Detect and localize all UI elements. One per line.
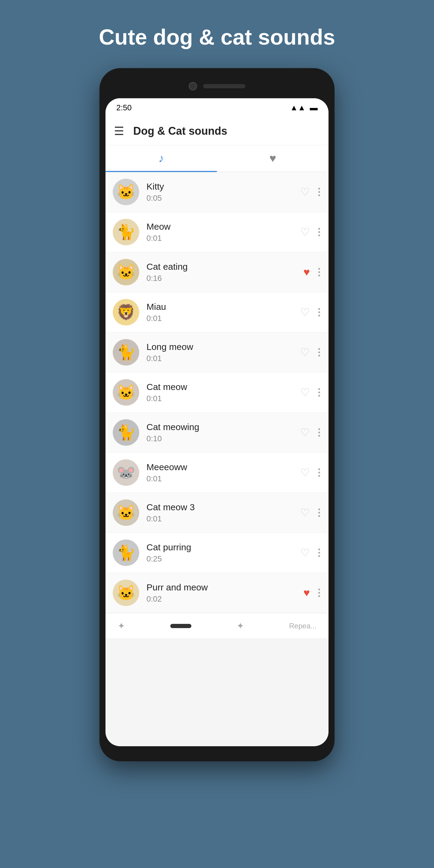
speaker-cutout [203,84,245,88]
sound-list-item[interactable]: 🐭 Meeeoww 0:01 ♡ [105,453,329,493]
sound-name: Long meow [147,342,300,352]
sound-list-item[interactable]: 🐈 Cat purring 0:25 ♡ [105,533,329,573]
sound-avatar: 🐈 [113,539,139,566]
more-options-button[interactable] [317,507,321,518]
sound-list-item[interactable]: 🐱 Purr and meow 0:02 ♥ [105,573,329,613]
repeat-label: Repea... [289,622,316,630]
sound-avatar: 🐭 [113,459,139,486]
sound-actions: ♥ [304,587,321,599]
camera-cutout [189,82,197,90]
sound-info: Purr and meow 0:02 [147,582,304,604]
sound-name: Cat meow 3 [147,502,300,513]
sound-info: Miau 0:01 [147,302,300,323]
tab-favorites[interactable]: ♥ [217,145,329,172]
favorite-button[interactable]: ♡ [300,547,310,559]
favorite-button[interactable]: ♡ [300,346,310,359]
sound-info: Long meow 0:01 [147,342,300,363]
sound-actions: ♡ [300,547,321,559]
more-options-button[interactable] [317,467,321,478]
sound-actions: ♡ [300,426,321,439]
more-options-button[interactable] [317,387,321,398]
more-options-button[interactable] [317,587,321,598]
sound-name: Cat meow [147,382,300,392]
sound-avatar: 🐈 [113,339,139,366]
sound-actions: ♡ [300,306,321,318]
signal-icon: ▲▲ [290,103,306,113]
sound-avatar: 🐱 [113,259,139,285]
more-options-button[interactable] [317,267,321,278]
favorite-button[interactable]: ♥ [304,266,310,278]
sound-duration: 0:05 [147,193,300,203]
sound-info: Cat meow 0:01 [147,382,300,403]
sound-list-item[interactable]: 🐈 Cat meowing 0:10 ♡ [105,412,329,453]
sound-name: Cat meowing [147,422,300,432]
sound-name: Meeeoww [147,462,300,472]
more-options-button[interactable] [317,307,321,318]
favorite-button[interactable]: ♡ [300,306,310,318]
favorite-button[interactable]: ♥ [304,587,310,599]
more-options-button[interactable] [317,547,321,558]
sound-list-item[interactable]: 🐱 Cat eating 0:16 ♥ [105,252,329,292]
phone-screen: 2:50 ▲▲ ▬ ☰ Dog & Cat sounds ♪ ♥ 🐱 [105,98,329,746]
sound-info: Cat meow 3 0:01 [147,502,300,524]
sound-list-item[interactable]: 🐈 Meow 0:01 ♡ [105,212,329,252]
sound-info: Meow 0:01 [147,221,300,243]
sound-avatar: 🐈 [113,419,139,446]
sound-avatar: 🐱 [113,379,139,406]
sound-info: Meeeoww 0:01 [147,462,300,484]
favorite-button[interactable]: ♡ [300,226,310,239]
sound-name: Meow [147,221,300,232]
more-options-button[interactable] [317,427,321,438]
tab-music[interactable]: ♪ [105,145,217,172]
sound-actions: ♡ [300,506,321,519]
sound-name: Miau [147,302,300,312]
sound-duration: 0:01 [147,314,300,323]
sound-list-item[interactable]: 🐈 Long meow 0:01 ♡ [105,333,329,373]
sound-name: Cat eating [147,261,304,272]
sound-list-item[interactable]: 🐱 Cat meow 0:01 ♡ [105,373,329,412]
sound-name: Kitty [147,181,300,192]
more-options-button[interactable] [317,187,321,197]
sound-avatar: 🐱 [113,179,139,205]
sound-duration: 0:25 [147,554,300,564]
favorite-button[interactable]: ♡ [300,186,310,198]
sound-duration: 0:01 [147,234,300,243]
sound-actions: ♡ [300,226,321,239]
more-options-button[interactable] [317,227,321,238]
sound-info: Kitty 0:05 [147,181,300,203]
sound-list-item[interactable]: 🐱 Kitty 0:05 ♡ [105,172,329,212]
sound-actions: ♡ [300,346,321,359]
sound-name: Purr and meow [147,582,304,592]
sound-name: Cat purring [147,542,300,553]
sound-duration: 0:10 [147,434,300,443]
favorite-button[interactable]: ♡ [300,506,310,519]
home-indicator[interactable] [170,624,191,628]
sound-avatar: 🦁 [113,299,139,326]
page-background-title: Cute dog & cat sounds [81,24,353,50]
sound-actions: ♡ [300,386,321,399]
sound-list-item[interactable]: 🦁 Miau 0:01 ♡ [105,292,329,333]
status-icons: ▲▲ ▬ [290,103,318,113]
tabs-bar: ♪ ♥ [105,145,329,172]
sound-duration: 0:01 [147,354,300,363]
battery-icon: ▬ [310,103,318,113]
sound-list-item[interactable]: 🐱 Cat meow 3 0:01 ♡ [105,493,329,533]
app-title: Dog & Cat sounds [133,125,227,137]
bottom-asterisk-right: ✦ [237,621,244,631]
favorite-button[interactable]: ♡ [300,426,310,439]
phone-device: 2:50 ▲▲ ▬ ☰ Dog & Cat sounds ♪ ♥ 🐱 [99,68,335,761]
sound-actions: ♥ [304,266,321,278]
app-header: ☰ Dog & Cat sounds [105,117,329,145]
more-options-button[interactable] [317,347,321,358]
sound-duration: 0:02 [147,594,304,604]
favorite-button[interactable]: ♡ [300,466,310,479]
favorite-button[interactable]: ♡ [300,386,310,399]
status-bar: 2:50 ▲▲ ▬ [105,98,329,117]
sound-duration: 0:16 [147,274,304,283]
sound-list: 🐱 Kitty 0:05 ♡ 🐈 Meow 0:01 ♡ [105,172,329,613]
sound-duration: 0:01 [147,514,300,524]
sound-actions: ♡ [300,186,321,198]
sound-info: Cat eating 0:16 [147,261,304,283]
sound-info: Cat meowing 0:10 [147,422,300,443]
hamburger-menu-icon[interactable]: ☰ [114,124,124,138]
